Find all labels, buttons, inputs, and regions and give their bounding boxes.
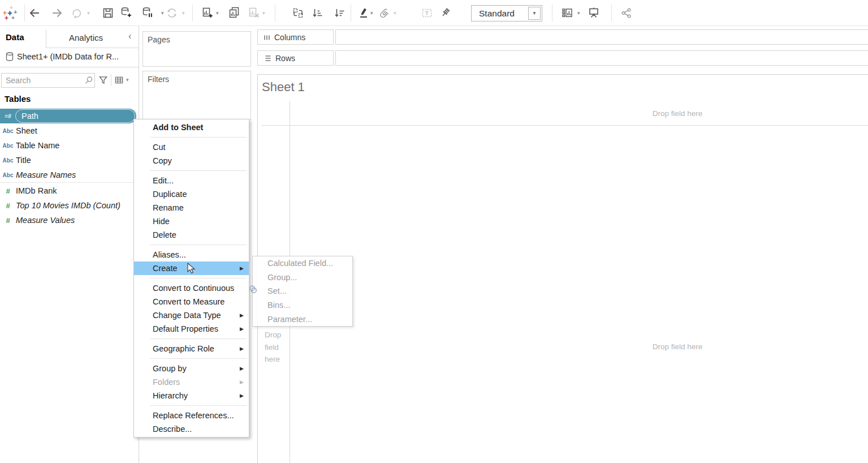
filters-card[interactable]: Filters [142,71,251,120]
submenu-arrow-icon: ▶ [240,393,244,398]
field-imdb-rank[interactable]: # IMDb Rank [0,183,136,198]
search-input[interactable] [1,73,95,88]
sort-ascending-icon[interactable] [312,7,324,19]
search-tools-divider [111,74,111,86]
drop-field-hint-pane[interactable]: Drop field here [644,342,711,351]
toolbar: + + + + + + ▾ ▾ ▾ ▾ ▾ ▾ ▾ [0,0,868,26]
menu-separator [150,338,247,339]
menu-item-edit[interactable]: Edit... [134,174,249,187]
replay-icon[interactable] [71,7,83,19]
datasource-icon [5,52,14,62]
column-header-divider [261,125,868,126]
field-title[interactable]: Abc Title [0,153,136,168]
menu-item-convert-to-measure[interactable]: Convert to Measure [134,295,249,308]
submenu-arrow-icon: ▶ [240,326,244,332]
new-worksheet-dropdown-icon[interactable]: ▾ [216,11,219,16]
menu-item-convert-to-continuous[interactable]: Convert to Continuous [134,281,249,295]
share-icon[interactable] [620,7,633,19]
highlight-icon[interactable] [357,6,370,19]
field-sheet[interactable]: Abc Sheet [0,123,136,138]
save-icon[interactable] [102,7,114,19]
menu-item-delete[interactable]: Delete [134,228,249,242]
menu-item-hierarchy[interactable]: Hierarchy▶ [134,389,249,402]
show-mark-labels-icon[interactable] [421,7,433,19]
highlight-dropdown-icon[interactable]: ▾ [370,11,373,16]
presentation-mode-icon[interactable] [588,6,600,19]
new-worksheet-icon[interactable] [201,6,214,19]
menu-item-add-to-sheet[interactable]: Add to Sheet [134,121,249,134]
field-path[interactable]: =# Path [0,109,136,123]
toolbar-separator [275,5,275,22]
set-icon [248,284,258,295]
show-hide-cards-icon[interactable] [561,7,573,19]
menu-item-geographic-role[interactable]: Geographic Role▶ [134,342,249,355]
collapse-pane-icon[interactable]: ‹ [128,31,131,41]
tab-analytics[interactable]: Analytics [46,33,126,42]
view-data-grid-icon[interactable] [114,75,124,85]
field-top10-count[interactable]: # Top 10 Movies IMDb (Count) [0,198,136,213]
menu-item-rename[interactable]: Rename [134,201,249,215]
menu-item-cut[interactable]: Cut [134,140,249,154]
field-measure-values[interactable]: # Measure Values [0,213,136,228]
submenu-item-calculated-field[interactable]: Calculated Field... [253,256,352,271]
columns-icon [263,33,271,42]
field-label: Measure Names [16,170,76,179]
toolbar-separator [552,5,552,22]
field-measure-names[interactable]: Abc Measure Names [0,168,136,182]
pages-card[interactable]: Pages [142,31,251,67]
drop-field-hint-rows[interactable]: Drop field here [265,329,288,366]
sort-descending-icon[interactable] [334,7,346,19]
menu-item-hide[interactable]: Hide [134,215,249,228]
fit-selector-dropdown-button[interactable]: ▾ [528,7,541,20]
replay-dropdown-icon[interactable]: ▾ [87,11,90,16]
menu-item-default-properties[interactable]: Default Properties▶ [134,322,249,336]
refresh-data-icon[interactable] [166,7,178,19]
refresh-dropdown-icon[interactable]: ▾ [182,11,185,16]
menu-item-duplicate[interactable]: Duplicate [134,187,249,201]
forward-icon[interactable] [51,7,63,19]
submenu-item-parameter[interactable]: Parameter... [253,312,352,326]
menu-item-copy[interactable]: Copy [134,154,249,168]
show-hide-cards-dropdown-icon[interactable]: ▾ [577,11,580,16]
menu-item-replace-references[interactable]: Replace References... [134,409,249,422]
pause-auto-updates-icon[interactable] [141,6,154,19]
back-icon[interactable] [28,7,41,19]
swap-rows-columns-icon[interactable] [292,7,304,19]
fit-selector[interactable]: Standard ▾ [471,5,542,22]
new-data-source-icon[interactable] [120,6,132,19]
submenu-item-group[interactable]: Group... [253,271,352,285]
number-field-icon: # [0,187,16,195]
datasource-row-border [0,67,139,67]
view-grid-dropdown-icon[interactable]: ▾ [126,78,129,83]
field-table-name[interactable]: Abc Table Name [0,138,136,153]
filter-fields-icon[interactable] [98,75,109,85]
group-dropdown-icon[interactable]: ▾ [394,11,396,16]
submenu-arrow-icon: ▶ [240,346,244,351]
string-field-icon: Abc [0,172,16,178]
menu-item-describe[interactable]: Describe... [134,422,249,436]
columns-shelf-drop-area[interactable] [335,29,868,45]
clear-sheet-dropdown-icon[interactable]: ▾ [262,11,265,16]
tab-data[interactable]: Data [6,32,24,42]
clear-sheet-icon[interactable] [248,6,260,19]
fix-axes-icon[interactable] [439,6,452,19]
menu-item-change-data-type[interactable]: Change Data Type▶ [134,308,249,322]
field-label: Title [16,156,31,165]
tab-strip-border [46,48,139,48]
toolbar-separator [611,5,612,22]
drop-field-hint-columns[interactable]: Drop field here [644,109,711,118]
submenu-arrow-icon: ▶ [240,265,244,271]
rows-shelf-label-box: Rows [257,50,334,66]
string-field-icon: Abc [0,157,16,164]
rows-shelf-drop-area[interactable] [335,50,868,66]
menu-item-aliases[interactable]: Aliases... [134,248,249,261]
auto-updates-dropdown-icon[interactable]: ▾ [161,11,164,16]
group-members-icon[interactable] [378,6,391,19]
duplicate-sheet-icon[interactable] [228,6,240,19]
submenu-item-bins[interactable]: Bins... [253,298,352,312]
datasource-name[interactable]: Sheet1+ (IMDb Data for R... [17,52,119,61]
field-label: Top 10 Movies IMDb (Count) [16,201,120,210]
menu-item-group-by[interactable]: Group by▶ [134,362,249,375]
submenu-item-set[interactable]: Set... [253,284,352,298]
submenu-arrow-icon: ▶ [240,379,244,385]
